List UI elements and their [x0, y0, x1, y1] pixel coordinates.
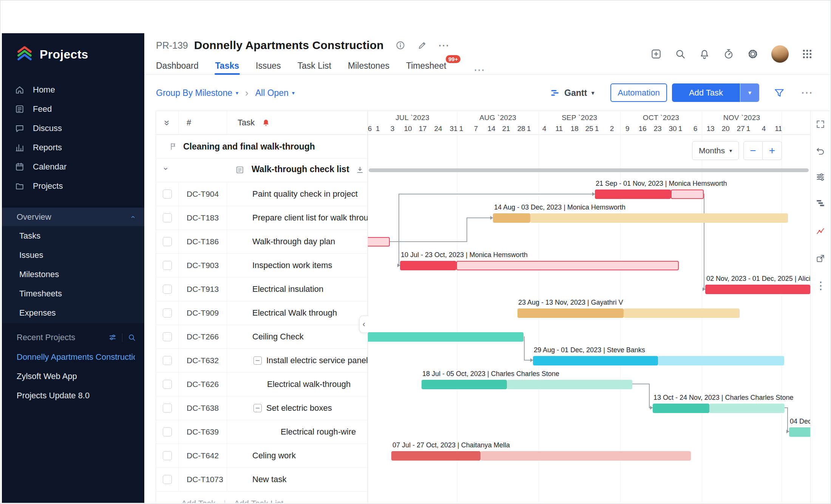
task-name-cell[interactable]: Inspection work items	[227, 254, 368, 277]
collapse-table-handle[interactable]: ‹	[359, 316, 368, 333]
search-icon[interactable]	[675, 48, 686, 60]
gantt-bar[interactable]	[705, 285, 810, 294]
sidebar-item-feed[interactable]: Feed	[2, 99, 144, 119]
gantt-bar[interactable]	[671, 190, 704, 199]
tasklist-row[interactable]: › Walk-through check list	[156, 159, 368, 182]
gantt-bar[interactable]	[368, 332, 524, 342]
toolbar-more-icon[interactable]: ⋯	[801, 86, 813, 99]
sidebar-subitem-tasks[interactable]: Tasks	[2, 226, 144, 245]
task-checkbox[interactable]	[163, 451, 172, 460]
task-name-cell[interactable]: Electrical Walk through	[227, 301, 368, 325]
filter-projects-icon[interactable]	[108, 333, 117, 342]
task-checkbox[interactable]	[163, 356, 172, 365]
gantt-bar[interactable]	[456, 261, 679, 270]
sidebar-subitem-issues[interactable]: Issues	[2, 245, 144, 265]
collapse-tasklist-icon[interactable]: ›	[162, 167, 170, 170]
filter-funnel-icon[interactable]	[774, 87, 785, 99]
task-checkbox[interactable]	[163, 237, 172, 246]
zoom-out-button[interactable]: −	[743, 141, 763, 160]
subtask-expander-icon[interactable]	[253, 404, 262, 412]
gantt-bar[interactable]	[789, 427, 810, 437]
edit-pencil-icon[interactable]	[417, 40, 428, 51]
add-task-link[interactable]: Add Task	[181, 499, 215, 503]
task-checkbox[interactable]	[163, 190, 172, 199]
zoom-scale-dropdown[interactable]: Months ▾	[692, 141, 739, 160]
milestone-row[interactable]: Cleaning and final walk-through	[156, 135, 368, 159]
task-name-cell[interactable]: Paint quality check in project	[227, 182, 368, 206]
sidebar-subitem-milestones[interactable]: Milestones	[2, 265, 144, 284]
task-name-cell[interactable]: New task	[227, 468, 368, 491]
info-icon[interactable]	[395, 40, 406, 51]
task-name-cell[interactable]: Celing work	[227, 444, 368, 467]
tab-issues[interactable]: Issues	[256, 57, 281, 75]
automation-button[interactable]: Automation	[610, 83, 667, 102]
recent-project-item[interactable]: Donnelly Apartments Construction	[2, 347, 135, 367]
sidebar-item-discuss[interactable]: Discuss	[2, 119, 144, 138]
task-checkbox[interactable]	[163, 308, 172, 318]
gantt-bar[interactable]	[595, 190, 671, 199]
zoom-in-button[interactable]: +	[763, 141, 782, 160]
sidebar-item-projects[interactable]: Projects	[2, 176, 144, 196]
gantt-bar[interactable]	[391, 451, 480, 461]
recent-project-item[interactable]: Projects Update 8.0	[2, 386, 135, 405]
undo-icon[interactable]	[816, 146, 825, 156]
task-name-cell[interactable]: Electrical insulation	[227, 277, 368, 301]
gantt-bar[interactable]	[480, 451, 691, 461]
gantt-bar[interactable]	[368, 237, 390, 247]
download-icon[interactable]	[355, 165, 365, 174]
add-task-dropdown-button[interactable]: ▾	[740, 83, 759, 102]
task-name-cell[interactable]: Install electric service panel	[227, 349, 368, 372]
task-checkbox[interactable]	[163, 427, 172, 436]
task-name-cell[interactable]: Prepare client list for walk through	[227, 206, 368, 230]
sidebar-section-overview[interactable]: Overview ›	[2, 208, 144, 226]
maximize-window-button[interactable]	[33, 15, 39, 20]
tasklist-summary-bar[interactable]	[369, 168, 809, 172]
task-name-cell[interactable]: Set electric boxes	[227, 396, 368, 420]
task-checkbox[interactable]	[163, 380, 172, 389]
search-projects-icon[interactable]	[128, 333, 136, 342]
export-icon[interactable]	[816, 254, 825, 264]
view-switcher-gantt[interactable]: Gantt ▾	[550, 83, 594, 102]
task-checkbox[interactable]	[163, 332, 172, 341]
task-checkbox[interactable]	[163, 475, 172, 484]
task-checkbox[interactable]	[163, 404, 172, 413]
gantt-bar[interactable]	[653, 404, 709, 413]
tab-tasks[interactable]: Tasks	[215, 57, 239, 75]
task-name-cell[interactable]: Walk-through day plan	[227, 230, 368, 253]
gantt-settings-icon[interactable]	[816, 172, 825, 182]
row-layout-icon[interactable]	[816, 198, 825, 208]
gantt-bar[interactable]	[530, 213, 788, 223]
expand-icon[interactable]	[816, 119, 825, 129]
sidebar-item-reports[interactable]: Reports	[2, 138, 144, 157]
gantt-bar[interactable]	[517, 308, 624, 318]
tab-dashboard[interactable]: Dashboard	[156, 57, 199, 75]
subtask-expander-icon[interactable]	[253, 356, 262, 365]
collapse-all-icon[interactable]: »	[161, 120, 173, 125]
tab-task-list[interactable]: Task List	[298, 57, 331, 75]
critical-path-icon[interactable]	[816, 226, 825, 236]
scope-dropdown[interactable]: All Open ▾	[255, 88, 295, 98]
gantt-bar[interactable]	[493, 213, 530, 223]
overdue-alarm-icon[interactable]	[261, 118, 270, 127]
tab-milestones[interactable]: Milestones	[348, 57, 389, 75]
more-options-icon[interactable]: ⋮	[816, 281, 825, 291]
sidebar-item-home[interactable]: Home	[2, 80, 144, 99]
task-checkbox[interactable]	[163, 285, 172, 294]
gantt-bar[interactable]	[400, 261, 456, 270]
task-name-cell[interactable]: Electrical walk-through	[227, 373, 368, 396]
gantt-bar[interactable]	[624, 308, 740, 318]
sidebar-subitem-expenses[interactable]: Expenses	[2, 303, 144, 322]
minimize-window-button[interactable]	[23, 15, 29, 20]
group-by-dropdown[interactable]: Group By Milestone ▾	[156, 88, 238, 98]
quick-add-icon[interactable]	[650, 48, 662, 60]
gear-icon[interactable]	[747, 48, 758, 60]
tab-timesheet[interactable]: Timesheet99+	[406, 57, 446, 75]
gantt-bar[interactable]	[533, 356, 658, 365]
add-task-button[interactable]: Add Task	[672, 83, 740, 102]
task-checkbox[interactable]	[163, 213, 172, 222]
sidebar-item-calendar[interactable]: Calendar	[2, 157, 144, 176]
add-task-list-link[interactable]: Add Task List	[234, 499, 283, 503]
timer-icon[interactable]	[723, 48, 734, 60]
gantt-bar[interactable]	[709, 404, 785, 413]
gantt-bar[interactable]	[422, 380, 507, 389]
